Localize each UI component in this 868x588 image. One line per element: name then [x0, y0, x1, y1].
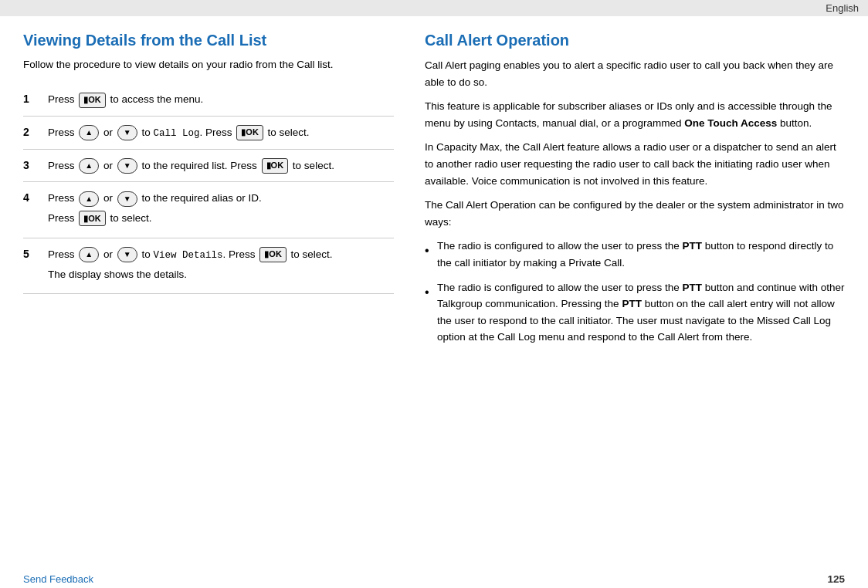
ptt-bold-2a: PTT: [682, 282, 702, 293]
left-section-title: Viewing Details from the Call List: [23, 32, 394, 49]
language-label: English: [826, 2, 859, 14]
ok-button-icon-5: ▮OK: [259, 247, 287, 262]
up-arrow-icon-2: ▲: [79, 125, 99, 140]
left-intro: Follow the procedure to view details on …: [23, 57, 394, 73]
bullet-item-2: • The radio is configured to allow the u…: [425, 279, 845, 346]
left-column: Viewing Details from the Call List Follo…: [23, 32, 394, 552]
bullet-1-text: The radio is configured to allow the use…: [437, 238, 845, 271]
view-details-code: View Details: [154, 250, 223, 261]
step-number-1: 1: [23, 91, 37, 105]
step-1-content: Press ▮OK to access the menu.: [48, 91, 203, 108]
ok-button-icon-2: ▮OK: [236, 125, 263, 140]
right-para2-end: button.: [780, 117, 812, 129]
up-arrow-icon-4: ▲: [79, 191, 99, 207]
bullet-dot-1: •: [425, 241, 431, 261]
send-feedback-link[interactable]: Send Feedback: [23, 573, 93, 585]
steps-list: 1 Press ▮OK to access the menu. 2 Press …: [23, 83, 394, 294]
step-3-content: Press ▲ or ▼ to the required list. Press…: [48, 157, 334, 174]
step-1: 1 Press ▮OK to access the menu.: [23, 83, 394, 117]
step-number-5: 5: [23, 246, 37, 260]
right-para4: The Call Alert Operation can be configur…: [425, 197, 845, 230]
down-arrow-icon-5: ▼: [117, 247, 137, 262]
step-2: 2 Press ▲ or ▼ to Call Log. Press ▮OK to…: [23, 117, 394, 150]
bullet-dot-2: •: [425, 282, 431, 302]
step-4-content: Press ▲ or ▼ to the required alias or ID…: [48, 190, 262, 229]
bullet-2-text: The radio is configured to allow the use…: [437, 279, 845, 346]
step-number-4: 4: [23, 190, 37, 204]
up-arrow-icon-5: ▲: [79, 247, 99, 262]
bullet-item-1: • The radio is configured to allow the u…: [425, 238, 845, 271]
down-arrow-icon-2: ▼: [117, 125, 137, 140]
ok-button-icon-3: ▮OK: [262, 158, 289, 174]
step-5: 5 Press ▲ or ▼ to View Details. Press ▮O…: [23, 238, 394, 295]
step-3: 3 Press ▲ or ▼ to the required list. Pre…: [23, 150, 394, 183]
right-para1: Call Alert paging enables you to alert a…: [425, 57, 845, 90]
right-para2-bold: One Touch Access: [684, 117, 777, 129]
down-arrow-icon-3: ▼: [117, 158, 137, 174]
right-section-title: Call Alert Operation: [425, 32, 845, 49]
up-arrow-icon-3: ▲: [79, 158, 99, 174]
step-5-content: Press ▲ or ▼ to View Details. Press ▮OK …: [48, 246, 333, 286]
step-number-2: 2: [23, 124, 37, 138]
step-2-content: Press ▲ or ▼ to Call Log. Press ▮OK to s…: [48, 124, 310, 141]
ok-button-icon-1: ▮OK: [79, 93, 106, 108]
bullet-list: • The radio is configured to allow the u…: [425, 238, 845, 346]
step-4: 4 Press ▲ or ▼ to the required alias or …: [23, 182, 394, 238]
page-number: 125: [827, 573, 845, 585]
down-arrow-icon-4: ▼: [117, 191, 137, 207]
call-log-code: Call Log: [154, 128, 200, 139]
ptt-bold-2b: PTT: [622, 298, 642, 309]
ptt-bold-1: PTT: [682, 240, 702, 252]
right-para2: This feature is applicable for subscribe…: [425, 98, 845, 131]
footer: Send Feedback 125: [0, 570, 868, 588]
step-number-3: 3: [23, 157, 37, 171]
right-para3: In Capacity Max, the Call Alert feature …: [425, 139, 845, 189]
top-bar: English: [0, 0, 868, 16]
right-column: Call Alert Operation Call Alert paging e…: [425, 32, 845, 552]
ok-button-icon-4: ▮OK: [79, 211, 106, 226]
